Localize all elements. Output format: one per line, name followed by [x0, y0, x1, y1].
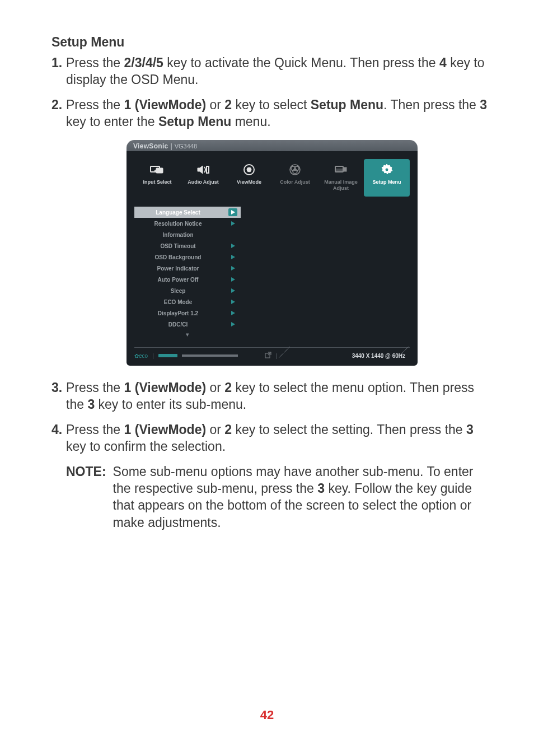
key: 3 [466, 422, 474, 437]
submenu-arrow-icon [228, 276, 237, 283]
svg-marker-3 [198, 166, 203, 174]
submenu-arrow-icon [228, 220, 237, 227]
note-body: Some sub-menu options may have another s… [113, 463, 493, 531]
key: 1 (ViewMode) [124, 97, 207, 112]
key: 2 [224, 97, 232, 112]
svg-marker-26 [231, 322, 235, 326]
key: 3 [317, 481, 325, 496]
tab-input-select[interactable]: Input Select [134, 159, 180, 197]
submenu-arrow-icon [228, 320, 237, 328]
tab-label: Manual Image Adjust [319, 179, 363, 191]
svg-marker-22 [231, 277, 235, 282]
scroll-down-icon: ▾ [134, 330, 241, 338]
key: 3 [87, 397, 95, 412]
text: . Then press the [383, 97, 480, 112]
osd-menu-item[interactable]: ECO Mode [134, 296, 241, 307]
text: key to select [232, 97, 311, 112]
osd-divider: | [171, 142, 172, 150]
svg-marker-20 [231, 255, 235, 259]
osd-menu-item-label: DDC/CI [134, 321, 228, 328]
submenu-arrow-icon [228, 309, 237, 317]
svg-rect-1 [156, 168, 163, 173]
svg-rect-14 [344, 167, 346, 171]
setup-menu-icon [381, 164, 393, 176]
osd-brand: ViewSonic [133, 142, 168, 150]
tab-setup-menu[interactable]: Setup Menu [364, 159, 410, 197]
osd-body: Input Select Audio Adjust ViewMode Color… [127, 151, 418, 366]
key: 4 [439, 55, 447, 70]
text: key to confirm the selection. [66, 439, 226, 454]
tab-label: Input Select [143, 179, 171, 185]
osd-menu-item-label: Information [134, 232, 228, 238]
submenu-arrow-icon [228, 264, 237, 272]
text: Press the [66, 97, 124, 112]
svg-marker-24 [231, 300, 235, 304]
color-adjust-icon [289, 164, 301, 176]
osd-menu-item[interactable]: Power Indicator [134, 263, 241, 274]
submenu-arrow-icon [228, 298, 237, 306]
section-heading: Setup Menu [51, 35, 493, 50]
key: 2 [224, 380, 232, 395]
osd-menu-item[interactable]: DDC/CI [134, 319, 241, 330]
text: menu. [231, 114, 270, 129]
osd-menu-item-label: Auto Power Off [134, 277, 228, 283]
osd-menu-item[interactable]: Information [134, 229, 241, 240]
step-3: Press the 1 (ViewMode) or 2 key to selec… [51, 379, 493, 413]
osd-menu-item-label: ECO Mode [134, 299, 228, 305]
key: Setup Menu [311, 97, 383, 112]
tab-label: ViewMode [237, 179, 261, 185]
eco-icon: ✿eco [134, 353, 148, 359]
osd-menu-list: Language SelectResolution NoticeInformat… [134, 207, 241, 338]
note-label: NOTE: [66, 463, 113, 531]
text: or [206, 380, 224, 395]
osd-menu-item[interactable]: DisplayPort 1.2 [134, 307, 241, 319]
osd-menu-item-label: OSD Background [134, 254, 228, 260]
tab-color-adjust[interactable]: Color Adjust [272, 159, 318, 197]
steps-list-bottom: Press the 1 (ViewMode) or 2 key to selec… [51, 379, 493, 455]
step-1: Press the 2/3/4/5 key to activate the Qu… [51, 54, 493, 88]
key: 1 (ViewMode) [124, 380, 207, 395]
osd-menu-item[interactable]: OSD Timeout [134, 240, 241, 251]
osd-titlebar: ViewSonic | VG3448 [127, 140, 418, 151]
tab-viewmode[interactable]: ViewMode [226, 159, 272, 197]
text: key to activate the Quick Menu. Then pre… [163, 55, 439, 70]
text: or [206, 422, 224, 437]
tab-audio-adjust[interactable]: Audio Adjust [180, 159, 226, 197]
input-select-icon [150, 164, 165, 176]
svg-point-6 [247, 167, 251, 172]
text: key to enter the [66, 114, 158, 129]
osd-menu-item-label: Sleep [134, 288, 228, 294]
osd-tabs: Input Select Audio Adjust ViewMode Color… [134, 159, 410, 197]
submenu-arrow-icon [228, 287, 237, 295]
osd-menu-item[interactable]: Language Select [134, 207, 241, 218]
text: or [206, 97, 224, 112]
osd-menu-item-label: Resolution Notice [134, 221, 228, 227]
note: NOTE: Some sub-menu options may have ano… [51, 463, 493, 531]
osd-menu-item[interactable]: Resolution Notice [134, 218, 241, 229]
tab-label: Color Adjust [280, 179, 310, 185]
page-number: 42 [0, 708, 534, 722]
key: 2 [224, 422, 232, 437]
svg-marker-23 [231, 288, 235, 293]
separator: | [152, 353, 154, 359]
svg-point-15 [385, 168, 388, 171]
osd-menu-item-label: OSD Timeout [134, 243, 228, 249]
footer-divider-icon [395, 347, 409, 358]
text: key to enter its sub-menu. [95, 397, 246, 412]
manual-image-adjust-icon [334, 164, 348, 176]
tab-manual-image-adjust[interactable]: Manual Image Adjust [318, 159, 364, 197]
key: 3 [480, 97, 487, 112]
osd-menu-item[interactable]: OSD Background [134, 251, 241, 263]
steps-list-top: Press the 2/3/4/5 key to activate the Qu… [51, 54, 493, 130]
key: Setup Menu [158, 114, 231, 129]
osd-menu-item-label: DisplayPort 1.2 [134, 310, 228, 316]
text: key to select the setting. Then press th… [232, 422, 466, 437]
svg-marker-21 [231, 266, 235, 270]
osd-menu-item[interactable]: Auto Power Off [134, 274, 241, 285]
osd-menu: Language SelectResolution NoticeInformat… [134, 207, 410, 338]
submenu-arrow-icon [228, 253, 237, 261]
svg-marker-25 [231, 311, 235, 315]
osd-menu-item[interactable]: Sleep [134, 285, 241, 296]
submenu-arrow-icon [228, 208, 237, 216]
osd-menu-item-label: Language Select [134, 209, 228, 216]
